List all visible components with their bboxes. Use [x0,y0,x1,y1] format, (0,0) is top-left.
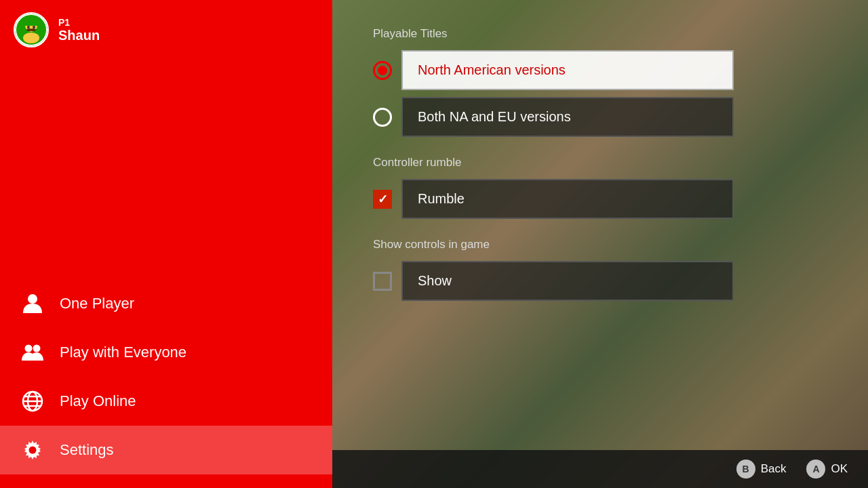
option-box-rumble[interactable]: Rumble [401,179,734,219]
checkbox-rumble[interactable]: ✓ [373,190,392,209]
checkbox-show[interactable] [373,272,392,291]
radio-na[interactable] [373,61,392,80]
b-button[interactable]: B [736,460,755,479]
avatar [14,12,49,47]
user-info: P1 Shaun [0,0,332,60]
checkmark-rumble: ✓ [378,192,388,207]
user-name: Shaun [58,28,100,43]
svg-point-18 [29,447,37,454]
svg-point-9 [28,294,37,304]
radio-both[interactable] [373,108,392,127]
svg-rect-4 [24,19,38,26]
a-button[interactable]: A [806,460,825,479]
sidebar-item-settings-label: Settings [60,441,114,459]
svg-point-11 [33,345,41,352]
person-icon [20,291,45,316]
svg-point-8 [31,28,36,31]
controller-rumble-label: Controller rumble [373,156,827,169]
svg-point-10 [25,345,33,352]
show-controls-options: Show [373,261,827,301]
playable-titles-label: Playable Titles [373,27,827,41]
sidebar-item-one-player-label: One Player [60,295,134,312]
option-row-rumble[interactable]: ✓ Rumble [373,179,827,219]
globe-icon [20,389,45,413]
option-row-na[interactable]: North American versions [373,50,827,90]
option-box-both[interactable]: Both NA and EU versions [401,97,734,137]
option-box-na[interactable]: North American versions [401,50,734,90]
option-row-show[interactable]: Show [373,261,827,301]
people-icon [20,340,45,365]
user-text: P1 Shaun [58,17,100,43]
sidebar-item-play-online[interactable]: Play Online [0,377,332,426]
show-controls-section: Show controls in game Show [373,238,827,301]
show-controls-label: Show controls in game [373,238,827,251]
sidebar-item-play-with-everyone[interactable]: Play with Everyone [0,328,332,377]
ok-label: OK [831,462,848,476]
bottom-bar: B Back A OK [332,450,868,488]
radio-na-inner [378,66,387,75]
content-area: Playable Titles North American versions … [332,0,868,488]
option-row-both[interactable]: Both NA and EU versions [373,97,827,137]
gear-icon [20,438,45,462]
controller-rumble-options: ✓ Rumble [373,179,827,219]
content-inner: Playable Titles North American versions … [332,0,868,488]
playable-titles-options: North American versions Both NA and EU v… [373,50,827,137]
ok-hint[interactable]: A OK [806,460,848,479]
back-hint[interactable]: B Back [736,460,787,479]
svg-point-5 [27,26,30,28]
sidebar: P1 Shaun One Player Play [0,0,332,488]
nav-items: One Player Play with Everyone [0,279,332,488]
playable-titles-section: Playable Titles North American versions … [373,27,827,137]
option-box-show[interactable]: Show [401,261,734,301]
controller-rumble-section: Controller rumble ✓ Rumble [373,156,827,219]
svg-point-2 [23,33,39,43]
back-label: Back [761,462,787,476]
avatar-image [15,14,47,46]
sidebar-item-settings[interactable]: Settings [0,426,332,474]
player-label: P1 [58,17,100,28]
sidebar-item-one-player[interactable]: One Player [0,279,332,328]
svg-point-6 [33,26,35,28]
sidebar-item-play-everyone-label: Play with Everyone [60,344,186,361]
sidebar-item-play-online-label: Play Online [60,392,136,410]
